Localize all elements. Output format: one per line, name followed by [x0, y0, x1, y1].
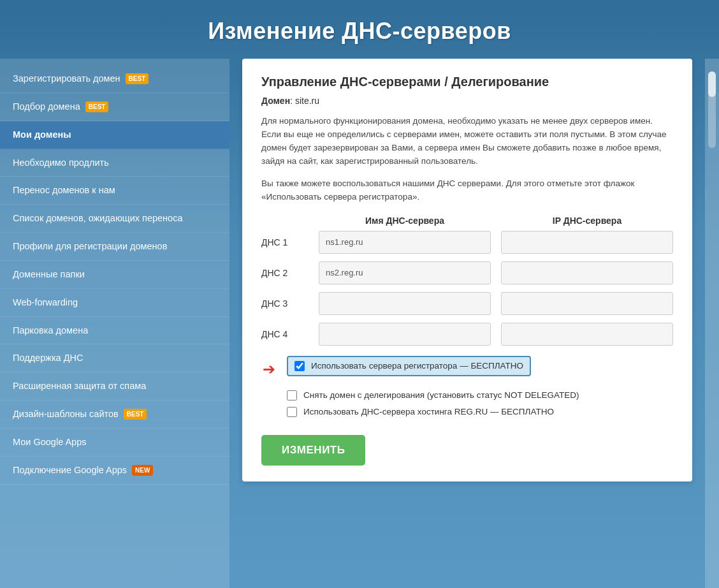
sidebar-item-transfer-domains[interactable]: Перенос доменов к нам	[0, 177, 229, 205]
sidebar-item-label: Web-forwarding	[13, 297, 78, 309]
page-title: Изменение ДНС-серверов	[0, 18, 719, 45]
checkbox-1-label: Использовать сервера регистратора — БЕСП…	[311, 361, 523, 371]
sidebar-item-connect-google[interactable]: Подключение Google Apps NEW	[0, 457, 229, 485]
domain-value: site.ru	[295, 96, 319, 106]
sidebar-item-label: Подключение Google Apps	[13, 464, 127, 476]
sidebar-item-domain-folders[interactable]: Доменные папки	[0, 261, 229, 289]
sidebar-item-need-renew[interactable]: Необходимо продлить	[0, 149, 229, 177]
dns-row-4-label: ДНС 4	[261, 329, 312, 339]
sidebar-item-spam-protection[interactable]: Расширенная защита от спама	[0, 372, 229, 401]
content-card: Управление ДНС-серверами / Делегирование…	[242, 59, 692, 481]
dns-name-header: Имя ДНС-сервера	[312, 216, 491, 226]
sidebar-item-label: Необходимо продлить	[13, 157, 109, 169]
dns-row-1-label: ДНС 1	[261, 237, 312, 247]
right-panel	[705, 59, 719, 588]
sidebar-item-domain-parking[interactable]: Парковка домена	[0, 317, 229, 345]
arrow-icon: ➔	[263, 360, 275, 378]
sidebar-badge-best: BEST	[85, 101, 109, 112]
content-area: Управление ДНС-серверами / Делегирование…	[229, 59, 705, 588]
dns3-ip-input[interactable]	[501, 292, 673, 315]
dns-label-spacer	[261, 216, 312, 226]
description2: Вы также можете воспользоваться нашими Д…	[261, 177, 673, 204]
sidebar-item-label: Перенос доменов к нам	[13, 184, 115, 196]
checkbox-row-1: Использовать сервера регистратора — БЕСП…	[287, 356, 531, 376]
sidebar-item-label: Доменные папки	[13, 268, 85, 281]
checkboxes-section: ➔ Использовать сервера регистратора — БЕ…	[261, 356, 673, 417]
dns4-name-input[interactable]	[319, 323, 491, 346]
domain-line: Домен: site.ru	[261, 96, 673, 106]
scrollbar-track[interactable]	[708, 71, 716, 148]
sidebar-item-label: Подбор домена	[13, 101, 80, 113]
dns-table: Имя ДНС-сервера IP ДНС-сервера ДНС 1 ДНС…	[261, 216, 673, 346]
dns-row-3-label: ДНС 3	[261, 298, 312, 309]
sidebar-badge-new: NEW	[132, 465, 153, 476]
scrollbar-thumb[interactable]	[708, 71, 716, 97]
dns1-name-input[interactable]	[319, 231, 491, 254]
sidebar-item-label: Дизайн-шаблоны сайтов	[13, 408, 119, 420]
sidebar-item-label: Мои домены	[13, 129, 71, 141]
dns-row-2: ДНС 2	[261, 261, 673, 284]
dns-ip-header: IP ДНС-сервера	[491, 216, 673, 226]
sidebar-item-google-apps[interactable]: Мои Google Apps	[0, 429, 229, 457]
dns-row-3: ДНС 3	[261, 292, 673, 315]
sidebar-item-web-forwarding[interactable]: Web-forwarding	[0, 289, 229, 317]
sidebar-item-dns-support[interactable]: Поддержка ДНС	[0, 344, 229, 372]
domain-label: Домен	[261, 96, 290, 106]
checkbox-2-label: Снять домен с делегирования (установить …	[303, 390, 579, 400]
sidebar-item-label: Мои Google Apps	[13, 436, 86, 448]
sidebar-item-transfer-list[interactable]: Список доменов, ожидающих переноса	[0, 205, 229, 233]
checkbox-3[interactable]	[287, 407, 297, 417]
sidebar-item-my-domains[interactable]: Мои домены	[0, 121, 229, 149]
submit-button[interactable]: ИЗМЕНИТЬ	[261, 435, 365, 466]
sidebar-item-label: Расширенная защита от спама	[13, 380, 146, 392]
description1: Для нормального функционирования домена,…	[261, 115, 673, 168]
page-header: Изменение ДНС-серверов	[0, 0, 719, 59]
sidebar-item-label: Парковка домена	[13, 325, 88, 337]
sidebar-item-design-templates[interactable]: Дизайн-шаблоны сайтов BEST	[0, 401, 229, 429]
dns2-name-input[interactable]	[319, 261, 491, 284]
sidebar: Зарегистрировать домен BEST Подбор домен…	[0, 59, 229, 588]
dns-row-1: ДНС 1	[261, 231, 673, 254]
checkbox-2[interactable]	[287, 390, 297, 401]
sidebar-item-register-domain[interactable]: Зарегистрировать домен BEST	[0, 65, 229, 93]
sidebar-item-label: Список доменов, ожидающих переноса	[13, 212, 183, 224]
sidebar-item-label: Поддержка ДНС	[13, 352, 83, 364]
dns2-ip-input[interactable]	[501, 261, 673, 284]
checkbox-3-label: Использовать ДНС-сервера хостинга REG.RU…	[303, 407, 554, 416]
sidebar-badge-best: BEST	[126, 73, 149, 84]
dns1-ip-input[interactable]	[501, 231, 673, 254]
sidebar-badge-best: BEST	[124, 409, 147, 420]
sidebar-item-find-domain[interactable]: Подбор домена BEST	[0, 93, 229, 121]
card-title: Управление ДНС-серверами / Делегирование	[261, 75, 673, 89]
sidebar-item-label: Профили для регистрации доменов	[13, 240, 167, 253]
dns-row-2-label: ДНС 2	[261, 268, 312, 278]
dns3-name-input[interactable]	[319, 292, 491, 315]
checkbox-1[interactable]	[294, 361, 305, 371]
sidebar-item-label: Зарегистрировать домен	[13, 73, 120, 85]
dns-row-4: ДНС 4	[261, 323, 673, 346]
dns-table-header: Имя ДНС-сервера IP ДНС-сервера	[261, 216, 673, 231]
dns4-ip-input[interactable]	[501, 323, 673, 346]
sidebar-item-reg-profiles[interactable]: Профили для регистрации доменов	[0, 233, 229, 261]
